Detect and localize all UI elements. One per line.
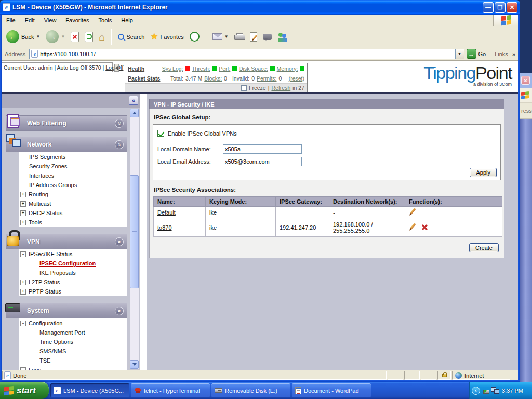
- messenger-button[interactable]: [276, 31, 289, 43]
- sidebar-section-vpn[interactable]: VPN «: [6, 234, 127, 249]
- sidebar-item-pptp-status[interactable]: +PPTP Status: [19, 287, 127, 296]
- sidebar-item-ip-address-groups[interactable]: IP Address Groups: [19, 180, 127, 190]
- menu-help[interactable]: Help: [116, 16, 138, 25]
- perf-link[interactable]: Perf:: [219, 65, 230, 72]
- sidebar-section-web-filtering[interactable]: Web Filtering «: [6, 115, 127, 131]
- menu-edit[interactable]: Edit: [20, 16, 39, 25]
- menu-view[interactable]: View: [39, 16, 61, 25]
- address-dropdown-icon[interactable]: ▼: [455, 49, 464, 59]
- menu-tools[interactable]: Tools: [94, 16, 117, 25]
- taskbar-task-wordpad[interactable]: Document - WordPad: [292, 383, 371, 397]
- sys-log-link[interactable]: Sys Log:: [162, 65, 183, 72]
- safely-remove-hardware-icon[interactable]: [482, 388, 489, 394]
- maximize-button[interactable]: ❐: [495, 2, 506, 13]
- minimize-button[interactable]: —: [483, 2, 494, 13]
- permits-link[interactable]: Permits:: [257, 75, 277, 82]
- menu-file[interactable]: File: [2, 16, 20, 25]
- edit-icon[interactable]: [409, 223, 417, 231]
- history-button[interactable]: [188, 31, 201, 43]
- taskbar-task-removable-disk[interactable]: Removable Disk (E:): [211, 383, 290, 397]
- close-button[interactable]: ✕: [507, 2, 517, 13]
- delete-icon[interactable]: [421, 224, 428, 231]
- menu-favorites[interactable]: Favorites: [61, 16, 94, 25]
- links-label[interactable]: Links: [490, 51, 510, 57]
- expand-toggle[interactable]: +: [20, 201, 26, 207]
- collapse-section-button[interactable]: «: [115, 237, 124, 246]
- back-button[interactable]: ← Back ▼: [5, 29, 42, 44]
- sidebar-item-ipsec-configuration[interactable]: IPSEC Configuration: [19, 259, 127, 268]
- address-combo[interactable]: e https://100.100.100.1/ ▼: [29, 49, 464, 59]
- start-button[interactable]: start: [0, 382, 49, 399]
- enable-ipsec-checkbox[interactable]: [157, 130, 164, 137]
- sidebar-item-routing[interactable]: +Routing: [19, 190, 127, 199]
- thresh-link[interactable]: Thresh:: [192, 65, 210, 72]
- go-label[interactable]: Go: [478, 51, 488, 57]
- sa-name-link[interactable]: Default: [157, 209, 176, 216]
- local-email-input[interactable]: [223, 157, 302, 166]
- sidebar-item-tools[interactable]: +Tools: [19, 218, 127, 227]
- sidebar-item-security-zones[interactable]: Security Zones: [19, 162, 127, 171]
- forward-dropdown-icon[interactable]: ▼: [61, 34, 65, 39]
- freeze-checkbox[interactable]: [241, 85, 247, 91]
- expand-toggle[interactable]: +: [20, 210, 26, 216]
- links-chevron-icon[interactable]: »: [512, 51, 516, 57]
- go-button[interactable]: →: [467, 49, 476, 59]
- taskbar-task-lsm[interactable]: e LSM - Device (X505G...: [50, 383, 129, 397]
- sidebar-item-tse[interactable]: TSE: [19, 356, 127, 365]
- refresh-button[interactable]: [83, 31, 95, 43]
- titlebar[interactable]: e LSM - Device (X505GW) - Microsoft Inte…: [0, 0, 520, 15]
- expand-toggle[interactable]: +: [20, 220, 26, 225]
- sidebar-item-configuration[interactable]: -Configuration: [19, 318, 127, 328]
- address-input[interactable]: https://100.100.100.1/: [40, 51, 453, 57]
- stop-button[interactable]: [69, 31, 81, 43]
- sa-name-link[interactable]: to870: [157, 224, 172, 231]
- blocks-link[interactable]: Blocks:: [204, 75, 222, 82]
- expand-toggle[interactable]: +: [20, 280, 26, 285]
- background-window-close-icon[interactable]: ×: [521, 76, 530, 85]
- collapse-section-button[interactable]: «: [115, 307, 124, 315]
- memory-link[interactable]: Memory:: [277, 65, 298, 72]
- resize-grip[interactable]: [511, 371, 517, 380]
- reset-link[interactable]: (reset): [289, 75, 304, 82]
- refresh-link[interactable]: Refresh: [271, 85, 290, 91]
- sidebar-scrollbar[interactable]: [130, 109, 139, 369]
- health-collapse-button[interactable]: [114, 64, 119, 72]
- edit-button[interactable]: [248, 31, 259, 43]
- tray-collapse-icon[interactable]: ‹: [472, 387, 480, 395]
- scrollbar-thumb[interactable]: [130, 175, 139, 288]
- sidebar-item-l2tp-status[interactable]: +L2TP Status: [19, 277, 127, 287]
- sidebar-item-ipsec-ike-status[interactable]: -IPSec/IKE Status: [19, 249, 127, 259]
- favorites-button[interactable]: ★ Favorites: [149, 31, 185, 42]
- collapse-toggle[interactable]: -: [20, 321, 26, 326]
- expand-toggle[interactable]: +: [20, 192, 26, 197]
- sidebar-item-logs[interactable]: -Logs: [19, 365, 127, 370]
- scroll-up-button[interactable]: [130, 109, 139, 117]
- sidebar-item-ips-segments[interactable]: IPS Segments: [19, 152, 127, 162]
- search-button[interactable]: Search: [116, 33, 146, 41]
- discuss-button[interactable]: [261, 33, 273, 41]
- forward-button[interactable]: → ▼: [44, 29, 66, 44]
- apply-button[interactable]: Apply: [470, 168, 497, 177]
- disk-space-link[interactable]: Disk Space:: [239, 65, 268, 72]
- expand-toggle[interactable]: +: [20, 289, 26, 295]
- back-dropdown-icon[interactable]: ▼: [36, 34, 40, 39]
- network-tray-icon[interactable]: [491, 387, 499, 394]
- local-domain-input[interactable]: [223, 144, 302, 154]
- sidebar-section-system[interactable]: System «: [6, 303, 127, 318]
- expand-section-button[interactable]: «: [115, 119, 124, 128]
- packet-stats-link[interactable]: Packet Stats: [128, 75, 168, 82]
- scroll-down-button[interactable]: [130, 360, 139, 369]
- sidebar-item-multicast[interactable]: +Multicast: [19, 199, 127, 208]
- sidebar-item-sms-nms[interactable]: SMS/NMS: [19, 347, 127, 356]
- health-title-link[interactable]: Health: [128, 65, 160, 72]
- sidebar-item-dhcp-status[interactable]: +DHCP Status: [19, 208, 127, 218]
- mail-button[interactable]: ▼: [211, 32, 230, 41]
- print-button[interactable]: [233, 32, 246, 41]
- sidebar-item-time-options[interactable]: Time Options: [19, 337, 127, 347]
- edit-icon[interactable]: [409, 208, 417, 216]
- create-button[interactable]: Create: [469, 243, 499, 252]
- sidebar-item-interfaces[interactable]: Interfaces: [19, 171, 127, 180]
- taskbar-task-hyperterminal[interactable]: telnet - HyperTerminal: [131, 383, 210, 397]
- mail-dropdown-icon[interactable]: ▼: [224, 34, 229, 39]
- sidebar-item-management-port[interactable]: Management Port: [19, 328, 127, 337]
